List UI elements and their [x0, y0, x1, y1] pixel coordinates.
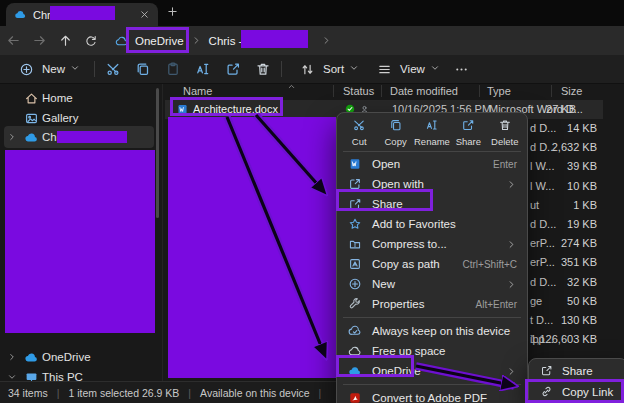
submenu-chevron-icon — [506, 179, 517, 190]
view-button[interactable]: View — [366, 57, 447, 81]
gallery-icon — [24, 111, 39, 126]
status-divider: | — [57, 387, 60, 399]
sidebar-item-label: Home — [42, 92, 73, 104]
submenu-chevron-icon — [506, 279, 517, 290]
column-name[interactable]: Name — [183, 85, 212, 97]
file-size: 2,632 KB — [552, 141, 597, 153]
file-type: d D... — [530, 218, 556, 230]
more-options-icon[interactable] — [451, 57, 473, 81]
column-status[interactable]: Status — [343, 85, 374, 97]
up-icon[interactable] — [52, 29, 78, 53]
column-divider[interactable] — [551, 85, 552, 97]
copy-button[interactable]: Copy — [378, 118, 414, 147]
copy-icon — [389, 118, 403, 134]
sidebar-item-home[interactable]: Home — [4, 87, 154, 109]
sort-ascending-icon — [287, 81, 296, 93]
home-icon — [24, 91, 39, 106]
sidebar-item-label: Gallery — [42, 112, 78, 124]
column-type[interactable]: Type — [487, 85, 511, 97]
menu-item-always-keep-on-device[interactable]: Always keep on this device — [337, 321, 527, 341]
share-icon[interactable] — [222, 57, 244, 81]
navigation-bar: OneDrive Chris - — [0, 26, 624, 55]
submenu-chevron-icon — [506, 239, 517, 250]
delete-icon — [498, 118, 512, 134]
file-size: 27 KB — [546, 103, 576, 115]
chevron-right-icon — [191, 35, 202, 46]
redaction-sidebar-area — [5, 150, 155, 333]
file-size: 274 KB — [561, 237, 597, 249]
copy-icon[interactable] — [132, 57, 154, 81]
wrench-icon — [347, 297, 363, 311]
file-size: 32 KB — [567, 276, 597, 288]
status-divider: | — [188, 387, 191, 399]
new-tab-icon[interactable] — [166, 5, 179, 18]
file-size: 351 KB — [561, 256, 597, 268]
selection-info: 1 item selected 26.9 KB — [68, 387, 179, 399]
highlight-architecture-file — [170, 97, 283, 116]
sort-button-label: Sort — [323, 63, 344, 75]
toolbar-separator — [281, 61, 282, 77]
file-type: d D... — [530, 122, 556, 134]
cut-icon — [352, 118, 366, 134]
forward-icon[interactable] — [26, 29, 52, 53]
menu-item-open[interactable]: OpenEnter — [337, 154, 527, 174]
rename-icon[interactable] — [192, 57, 214, 81]
menu-item-copy-as-path[interactable]: Copy as pathCtrl+Shift+C — [337, 254, 527, 274]
column-date[interactable]: Date modified — [390, 85, 458, 97]
column-divider[interactable] — [479, 85, 480, 97]
onedrive-cloud-icon — [24, 350, 39, 365]
chevron-right-icon — [321, 35, 332, 46]
plus-circle-icon — [347, 277, 363, 291]
redaction-breadcrumb — [241, 30, 308, 48]
delete-button[interactable]: Delete — [487, 118, 523, 147]
chevron-down-icon — [430, 63, 440, 75]
sidebar-scrollbar[interactable] — [156, 88, 159, 218]
sort-button[interactable]: Sort — [289, 57, 366, 81]
redaction-file-list-area — [168, 117, 336, 378]
cut-icon[interactable] — [102, 57, 124, 81]
submenu-chevron-icon — [506, 366, 517, 377]
paste-icon[interactable] — [162, 57, 184, 81]
submenu-item-share[interactable]: Share — [529, 360, 624, 381]
view-button-label: View — [400, 63, 425, 75]
chevron-right-icon[interactable] — [7, 352, 17, 362]
file-size: 39 KB — [567, 160, 597, 172]
highlight-breadcrumb-onedrive — [126, 27, 189, 53]
file-size: 50 KB — [567, 295, 597, 307]
highlight-menu-onedrive — [336, 355, 414, 377]
chevron-right-icon[interactable] — [7, 132, 17, 142]
new-button-label: New — [42, 63, 65, 75]
rename-icon — [425, 118, 439, 134]
chevron-down-icon — [349, 63, 359, 75]
chevron-down-icon — [70, 63, 80, 75]
onedrive-cloud-icon — [24, 130, 39, 145]
cut-button[interactable]: Cut — [341, 118, 377, 147]
rename-button[interactable]: Rename — [414, 118, 450, 147]
delete-icon[interactable] — [252, 57, 274, 81]
column-divider[interactable] — [333, 85, 334, 97]
close-tab-icon[interactable] — [139, 9, 150, 20]
highlight-copy-link — [525, 379, 624, 403]
menu-separator — [343, 151, 521, 152]
status-divider: | — [319, 387, 322, 399]
plus-circle-icon — [15, 57, 37, 81]
refresh-icon[interactable] — [78, 29, 104, 53]
menu-item-add-to-favorites[interactable]: Add to Favorites — [337, 214, 527, 234]
view-icon — [373, 57, 395, 81]
compress-icon — [347, 237, 363, 251]
file-size: 130 KB — [561, 314, 597, 326]
file-type: erP... — [530, 237, 555, 249]
new-button[interactable]: New — [8, 57, 87, 81]
adobe-pdf-icon — [347, 391, 363, 403]
column-divider[interactable] — [381, 85, 382, 97]
menu-item-compress-to[interactable]: Compress to... — [337, 234, 527, 254]
file-type: erP... — [530, 256, 555, 268]
menu-item-convert-to-adobe-pdf[interactable]: Convert to Adobe PDF — [337, 388, 527, 403]
column-size[interactable]: Size — [561, 85, 582, 97]
onedrive-cloud-icon — [14, 8, 27, 21]
share-button[interactable]: Share — [450, 118, 486, 147]
sidebar-item-onedrive[interactable]: OneDrive — [4, 346, 154, 368]
back-icon[interactable] — [0, 29, 26, 53]
menu-item-properties[interactable]: PropertiesAlt+Enter — [337, 294, 527, 314]
menu-item-new[interactable]: New — [337, 274, 527, 294]
